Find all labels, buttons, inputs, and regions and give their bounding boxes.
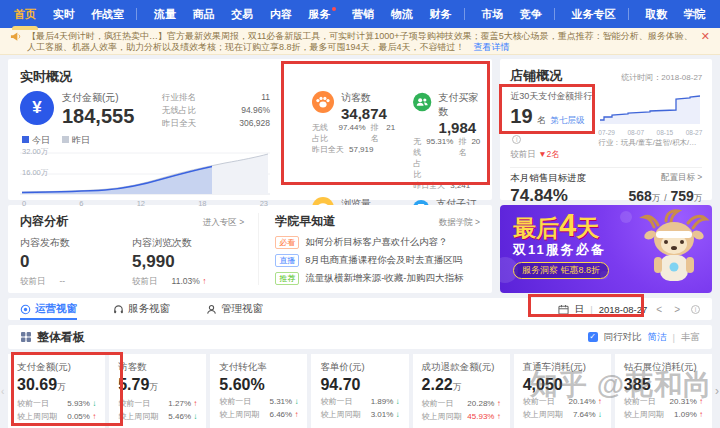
metric-card[interactable]: 支付转化率 5.60% 较前一日5.31% ↓ 较上周同期6.46% ↑ (210, 354, 307, 428)
headset-icon (113, 304, 124, 315)
nav-item[interactable]: 学院 (684, 7, 706, 22)
nav-item-label: 实时 (53, 8, 75, 20)
kpi-visitors[interactable]: 访客数34,874 无线占比97.44%排名21 昨日全天57,919 (312, 91, 395, 191)
trend-x-label: 08-27 (686, 129, 703, 136)
metric-value: 5.79万 (118, 375, 197, 397)
notice-close-icon[interactable]: ✕ (701, 31, 710, 42)
visitors-paw-icon (312, 91, 334, 113)
academy-link[interactable]: 数据学院 > (439, 217, 480, 229)
mode-rich[interactable]: 丰富 (681, 331, 700, 344)
academy-item[interactable]: 直播 8月电商直播课程你会及时去直播区吗 (275, 254, 480, 267)
metric-label: 钻石展位消耗(元) (624, 361, 703, 374)
next-date-arrow[interactable]: > (671, 304, 683, 315)
nav-item[interactable]: 交易 (231, 7, 253, 22)
academy-item[interactable]: 推荐 流量纵横新增来源-收藏-加购四大指标 (275, 272, 480, 285)
metric-card[interactable]: 成功退款金额(元) 2.22万 较前一日20.28% ↑ 较上周同期45.93%… (413, 354, 510, 428)
nav-item[interactable]: 市场 (481, 7, 503, 22)
nav-item-label: 作战室 (91, 8, 124, 20)
metric-value: 385 (624, 375, 703, 395)
nav-item[interactable]: 取数 (645, 7, 667, 22)
academy-list: 必看 如何分析目标客户喜欢什么内容？ 直播 8月电商直播课程你会及时去直播区吗 … (275, 236, 480, 285)
tab-service-viewport[interactable]: 服务视窗 (113, 298, 170, 320)
item-text: 8月电商直播课程你会及时去直播区吗 (305, 254, 462, 267)
y-axis-tick: 32.00万 (22, 147, 48, 157)
nav-item[interactable]: 物流 (391, 7, 413, 22)
top-nav-bar: 首页 实时 作战室 流量 商品 交易 (0, 0, 720, 28)
item-tag: 推荐 (275, 272, 299, 285)
tab-operation-viewport[interactable]: 运营视窗 (20, 298, 77, 320)
peer-compare-checkbox[interactable]: ✓ (588, 332, 598, 342)
trend-arrow-icon: ↓ (396, 410, 400, 419)
viewport-tabs-bar: 运营视窗 服务视窗 管理视窗 日 | 2018-08-27 < > i (8, 298, 712, 320)
nav-item[interactable]: 营销 (352, 7, 374, 22)
pay-amount-value: 184,555 (62, 105, 134, 127)
tab-management-viewport[interactable]: 管理视窗 (206, 298, 263, 320)
nav-item[interactable]: 流量 (154, 7, 176, 22)
metric-card[interactable]: 直通车消耗(元) 4,050 较前一日20.14% ↑ 较上周同期7.64% ↓ (514, 354, 611, 428)
info-icon[interactable]: i (691, 305, 700, 314)
carousel-prev-arrow[interactable]: ‹ (1, 386, 4, 397)
date-granularity[interactable]: 日 (575, 303, 585, 316)
rank-trend-chart (598, 90, 702, 124)
rank-block: 近30天支付金额排行 19 名 第七层级i 较前日 ▼2名 (510, 90, 594, 161)
metric-card[interactable]: 支付金额(元) 30.69万 较前一日5.93% ↓ 较上周同期0.05% ↑ (8, 354, 105, 428)
x-axis-tick: 23 (260, 199, 268, 208)
realtime-panel-title: 实时概况 (20, 68, 480, 86)
trend-x-label: 08-07 (627, 129, 644, 136)
pay-amount-label: 支付金额(元) (62, 91, 134, 105)
trend-x-label: 08-15 (657, 129, 674, 136)
x-axis-tick: 12 (137, 199, 145, 208)
nav-item[interactable]: 内容 (270, 7, 292, 22)
chart-legend: 今日 昨日 (22, 134, 270, 147)
nav-item[interactable]: 竞争 (520, 7, 542, 22)
industry-label: 行业：玩具/童车/益智/积木/… (598, 138, 702, 148)
metric-card[interactable]: 钻石展位消耗(元) 385 较前一日20.31% ↑ 较上周同期1.09% ↑ (615, 354, 712, 428)
nav-item[interactable]: 业务专区 (572, 7, 616, 22)
main-content: 实时概况 ¥ 支付金额(元) 184,555 行业排名11 无线占比94.96%… (0, 55, 720, 428)
promo-banner[interactable]: 最后4天 双11服务必备 服务洞察 钜惠8.8折 (500, 205, 712, 293)
nav-item[interactable]: 财务 (430, 7, 452, 22)
stat-time: 统计时间：2018-08-27 (621, 72, 702, 83)
nav-divider (554, 8, 555, 20)
metric-card[interactable]: 访客数 5.79万 较前一日1.27% ↑ 较上周同期5.46% ↓ (109, 354, 206, 428)
metric-card[interactable]: 客单价(元) 94.70 较前一日1.89% ↓ 较上周同期3.01% ↓ (311, 354, 408, 428)
y-axis-tick: 16.00万 (22, 168, 48, 178)
nav-item[interactable]: 服务 (309, 7, 336, 22)
x-axis-tick: 0 (22, 199, 26, 208)
peer-compare-label: 同行对比 (604, 331, 642, 344)
nav-item-label: 财务 (430, 8, 452, 20)
mode-simple[interactable]: 简洁 (648, 331, 667, 344)
shop-overview-panel: 店铺概况 统计时间：2018-08-27 近30天支付金额排行 19 名 第七层… (500, 59, 712, 200)
nav-divider (136, 8, 137, 20)
metric-value: 5.60% (219, 375, 298, 395)
academy-item[interactable]: 必看 如何分析目标客户喜欢什么内容？ (275, 236, 480, 249)
metric-value: 94.70 (320, 375, 399, 395)
x-axis-tick: 6 (79, 199, 83, 208)
x-axis-ticks: 06121823 (20, 199, 270, 208)
nav-item-label: 学院 (684, 8, 706, 20)
kpi-paying-buyers[interactable]: 支付买家数1,984 无线占比95.31%排名20 昨日全天3,241 (413, 91, 480, 191)
date-picker: 日 | 2018-08-27 < > i (558, 303, 700, 316)
nav-item[interactable]: 作战室 (91, 7, 124, 22)
nav-item[interactable]: 商品 (193, 7, 215, 22)
divider (510, 167, 702, 168)
legend-today-swatch (22, 136, 29, 143)
nav-item-label: 流量 (154, 8, 176, 20)
prev-date-arrow[interactable]: < (653, 304, 665, 315)
date-value[interactable]: 2018-08-27 (599, 304, 648, 315)
metric-label: 成功退款金额(元) (422, 361, 501, 374)
nav-item-label: 取数 (645, 8, 667, 20)
nav-item[interactable]: 首页 (14, 7, 36, 22)
metric-label: 访客数 (118, 361, 197, 374)
carousel-next-arrow[interactable]: › (715, 384, 719, 398)
goal-config-link[interactable]: 配置目标 > (661, 172, 702, 185)
nav-item-label: 物流 (391, 8, 413, 20)
nav-item[interactable]: 实时 (53, 7, 75, 22)
info-icon[interactable]: i (512, 135, 521, 144)
nav-item-label: 服务 (309, 8, 331, 20)
academy-title: 学院早知道 (275, 213, 335, 230)
metric-cards-row: 支付金额(元) 30.69万 较前一日5.93% ↓ 较上周同期0.05% ↑ … (8, 354, 712, 428)
banner-promo-pill: 服务洞察 钜惠8.8折 (513, 262, 609, 279)
realtime-area-chart: 32.00万 16.00万 061 (20, 149, 270, 297)
notice-detail-link[interactable]: 查看详情 (474, 42, 510, 52)
